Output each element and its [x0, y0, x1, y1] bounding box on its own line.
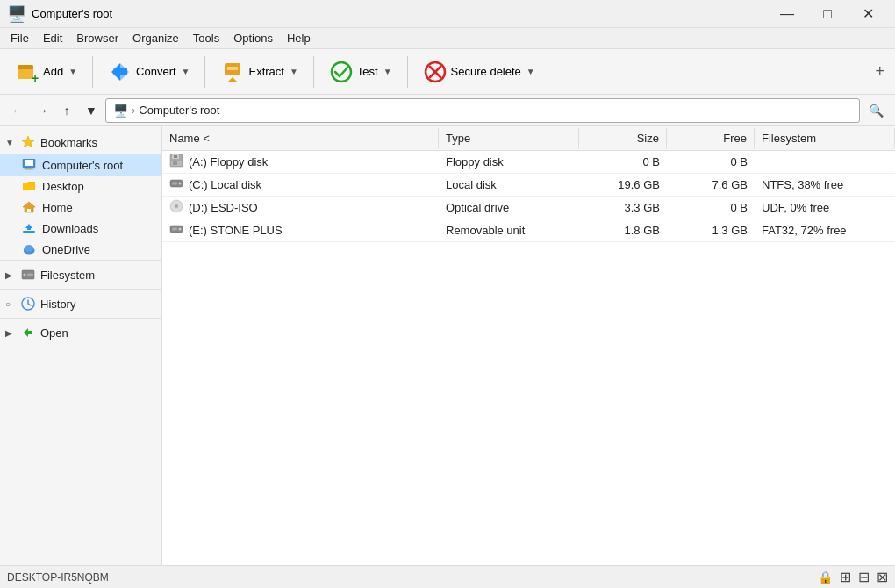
- svg-rect-14: [25, 160, 33, 166]
- titlebar: 🖥️ Computer's root — □ ✕: [0, 0, 895, 28]
- up-button[interactable]: ↑: [56, 100, 77, 121]
- sidebar-bookmarks-header[interactable]: ▼ Bookmarks: [0, 130, 161, 154]
- add-arrow: ▼: [68, 67, 77, 76]
- statusbar-computer-name: DESKTOP-IR5NQBM: [7, 571, 109, 584]
- svg-rect-6: [227, 67, 238, 70]
- extract-button[interactable]: Extract ▼: [212, 54, 305, 90]
- file-type-usb: Removable unit: [439, 221, 579, 240]
- svg-marker-29: [24, 328, 32, 337]
- column-header-type[interactable]: Type: [439, 128, 579, 148]
- file-name-optical: (D:) ESD-ISO: [189, 201, 258, 214]
- forward-button[interactable]: →: [32, 100, 53, 121]
- svg-rect-19: [23, 231, 35, 233]
- file-size-optical: 3.3 GB: [579, 198, 667, 217]
- address-path[interactable]: 🖥️ › Computer's root: [105, 98, 860, 123]
- convert-button[interactable]: Convert ▼: [100, 54, 197, 90]
- dropdown-button[interactable]: ▼: [81, 100, 102, 121]
- svg-rect-18: [27, 209, 31, 212]
- sidebar-item-label-onedrive: OneDrive: [42, 243, 90, 256]
- column-header-filesystem[interactable]: Filesystem: [755, 128, 895, 148]
- column-header-name[interactable]: Name <: [162, 128, 439, 148]
- sidebar-item-desktop[interactable]: Desktop: [0, 176, 161, 197]
- folder-icon-desktop: [21, 178, 37, 194]
- file-name-usb: (E:) STONE PLUS: [189, 224, 283, 237]
- add-button[interactable]: + Add ▼: [7, 54, 85, 90]
- titlebar-title: Computer's root: [32, 7, 112, 20]
- menu-item-browser[interactable]: Browser: [69, 30, 125, 47]
- file-type-local: Local disk: [439, 176, 579, 194]
- minimize-button[interactable]: —: [767, 0, 807, 28]
- table-row[interactable]: (D:) ESD-ISO Optical drive 3.3 GB 0 B UD…: [162, 197, 895, 219]
- open-label: Open: [40, 326, 68, 340]
- statusbar-right: 🔒 ⊞ ⊟ ⊠: [818, 569, 888, 585]
- sidebar-open-header[interactable]: ▶ Open: [0, 318, 161, 347]
- svg-rect-37: [172, 183, 177, 185]
- bookmarks-label: Bookmarks: [40, 136, 97, 149]
- maximize-button[interactable]: □: [807, 0, 848, 28]
- svg-point-24: [25, 245, 33, 252]
- filelist-header: Name < Type Size Free Filesystem: [162, 126, 895, 151]
- secure-delete-button[interactable]: Secure delete ▼: [415, 54, 543, 90]
- addressbar: ← → ↑ ▼ 🖥️ › Computer's root 🔍: [0, 95, 895, 126]
- path-icon: 🖥️: [113, 104, 128, 118]
- separator-3: [313, 56, 314, 88]
- file-free-local: 7.6 GB: [667, 176, 755, 194]
- sidebar-history-header[interactable]: ○ History: [0, 289, 161, 318]
- table-row[interactable]: (E:) STONE PLUS Removable unit 1.8 GB 1.…: [162, 219, 895, 242]
- statusbar-grid2-icon[interactable]: ⊟: [858, 569, 870, 585]
- menu-item-organize[interactable]: Organize: [125, 30, 186, 47]
- file-name-local: (C:) Local disk: [189, 178, 261, 191]
- file-fs-optical: UDF, 0% free: [755, 198, 895, 217]
- convert-label: Convert: [136, 65, 176, 78]
- back-button[interactable]: ←: [7, 100, 28, 121]
- file-size-local: 19.6 GB: [579, 176, 667, 194]
- statusbar-grid3-icon[interactable]: ⊠: [877, 569, 888, 585]
- separator-1: [92, 56, 93, 88]
- sidebar-filesystem-header[interactable]: ▶ Filesystem: [0, 260, 161, 289]
- svg-text:+: +: [32, 71, 39, 84]
- toolbar: + Add ▼ Convert ▼ Extract ▼: [0, 49, 895, 95]
- download-icon: [21, 220, 37, 236]
- hdd-icon: [169, 176, 183, 193]
- svg-rect-32: [174, 155, 177, 158]
- extract-label: Extract: [248, 65, 283, 78]
- extract-icon: [220, 60, 245, 84]
- menu-item-edit[interactable]: Edit: [36, 30, 69, 47]
- file-size-usb: 1.8 GB: [579, 221, 667, 240]
- path-text: Computer's root: [139, 104, 219, 117]
- sidebar-item-onedrive[interactable]: OneDrive: [0, 239, 161, 260]
- open-icon: [19, 324, 37, 341]
- open-toggle-icon: ▶: [5, 328, 16, 338]
- svg-rect-34: [173, 161, 177, 165]
- svg-rect-43: [172, 228, 177, 231]
- table-row[interactable]: (C:) Local disk Local disk 19.6 GB 7.6 G…: [162, 174, 895, 197]
- file-free-optical: 0 B: [667, 198, 755, 217]
- sidebar-item-home[interactable]: Home: [0, 197, 161, 218]
- sidebar-item-computers-root[interactable]: Computer's root: [0, 154, 161, 176]
- app-icon: 🖥️: [7, 4, 26, 24]
- sidebar-item-downloads[interactable]: Downloads: [0, 218, 161, 239]
- menu-item-file[interactable]: File: [4, 30, 36, 47]
- table-row[interactable]: (A:) Floppy disk Floppy disk 0 B 0 B: [162, 151, 895, 174]
- home-icon: [21, 199, 37, 215]
- statusbar-lock-icon: 🔒: [818, 570, 833, 584]
- sidebar-item-label-home: Home: [42, 201, 73, 214]
- menu-item-help[interactable]: Help: [280, 30, 318, 47]
- close-button[interactable]: ✕: [848, 0, 888, 28]
- column-header-size[interactable]: Size: [579, 128, 667, 148]
- file-free-usb: 1.3 GB: [667, 221, 755, 240]
- menu-item-options[interactable]: Options: [226, 30, 280, 47]
- menu-item-tools[interactable]: Tools: [186, 30, 226, 47]
- svg-rect-15: [25, 168, 32, 169]
- titlebar-controls: — □ ✕: [767, 0, 888, 28]
- toolbar-add-tab[interactable]: +: [871, 59, 888, 84]
- secure-delete-arrow: ▼: [526, 67, 535, 76]
- floppy-icon: [169, 154, 183, 170]
- test-button[interactable]: Test ▼: [321, 54, 400, 90]
- test-label: Test: [357, 65, 378, 78]
- column-header-free[interactable]: Free: [667, 128, 755, 148]
- svg-marker-12: [22, 136, 34, 147]
- statusbar-grid1-icon[interactable]: ⊞: [840, 569, 851, 585]
- add-label: Add: [43, 65, 63, 78]
- search-button[interactable]: 🔍: [863, 98, 888, 123]
